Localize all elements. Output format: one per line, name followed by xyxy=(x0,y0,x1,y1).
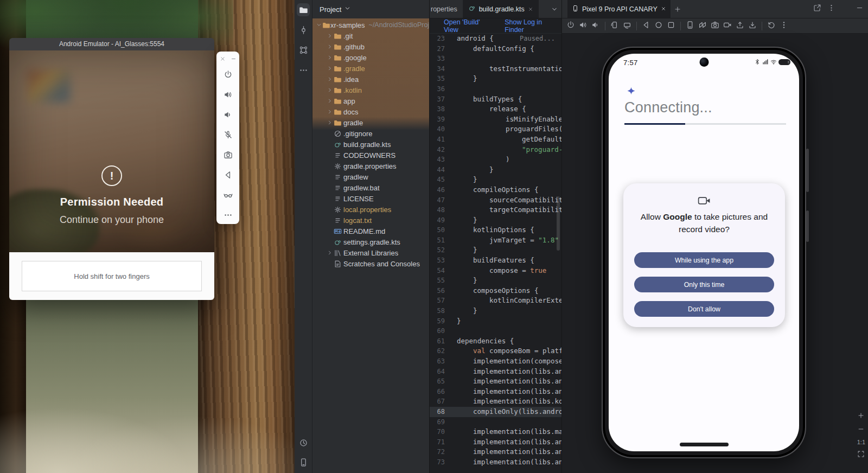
device-screenshot-button[interactable] xyxy=(686,21,694,31)
tree-item-codeowners[interactable]: CODEOWNERS xyxy=(312,150,429,161)
tab-gradle-properties[interactable]: roperties xyxy=(430,0,463,18)
open-build-view-link[interactable]: Open 'Build' View xyxy=(444,18,495,34)
emulator-mic-off-button[interactable] xyxy=(216,125,239,145)
panel-options-button[interactable] xyxy=(827,4,835,14)
home-indicator[interactable] xyxy=(680,443,729,446)
chevron-right-icon[interactable] xyxy=(327,119,333,126)
tool-strip-structure-button[interactable] xyxy=(297,43,310,56)
code-line[interactable]: 72implementation(libs.andr xyxy=(430,447,561,457)
device-volume-up-button[interactable] xyxy=(579,21,588,31)
code-editor[interactable]: Paused... 23android {27defaultConfig {33… xyxy=(430,34,561,473)
code-line[interactable]: 53buildFeatures { xyxy=(430,255,561,266)
emulator-camera-button[interactable] xyxy=(216,145,239,165)
chevron-right-icon[interactable] xyxy=(327,76,333,82)
code-line[interactable]: 55} xyxy=(430,276,561,286)
tree-item-app[interactable]: app xyxy=(312,95,429,106)
tree-item-kotlin[interactable]: .kotlin xyxy=(312,85,429,95)
chevron-right-icon[interactable] xyxy=(327,33,333,39)
tree-item-google[interactable]: .google xyxy=(312,52,429,63)
code-line[interactable]: 58} xyxy=(430,306,561,316)
code-line[interactable]: 67implementation(libs.kotl xyxy=(430,397,561,407)
emulator-title-bar[interactable]: Android Emulator - AI_Glasses:5554 xyxy=(9,38,214,50)
editor-scrollbar[interactable] xyxy=(557,196,560,251)
code-line[interactable]: 54compose = true xyxy=(430,266,561,276)
emulator-back-button[interactable] xyxy=(216,165,239,185)
tree-item-gradlew-bat[interactable]: gradlew.bat xyxy=(312,182,429,193)
external-icon[interactable] xyxy=(813,4,821,12)
chevron-right-icon[interactable] xyxy=(327,98,333,104)
code-line[interactable]: 64implementation(libs.andr xyxy=(430,367,561,377)
new-device-tab-button[interactable] xyxy=(674,5,681,13)
code-line[interactable]: 39isMinifyEnabled xyxy=(430,114,561,125)
code-line[interactable]: 33 xyxy=(430,54,561,64)
chevron-right-icon[interactable] xyxy=(327,65,333,72)
tool-strip-folder-button[interactable] xyxy=(297,3,310,16)
tree-item-settings-gradle-kts[interactable]: settings.gradle.kts xyxy=(312,237,429,247)
tree-item-logcat-txt[interactable]: logcat.txt xyxy=(312,215,429,226)
tool-strip-clock-button[interactable] xyxy=(297,436,310,449)
code-line[interactable]: 40proguardFiles( xyxy=(430,124,561,135)
tree-item-gradlew[interactable]: gradlew xyxy=(312,171,429,182)
code-line[interactable]: 43) xyxy=(430,155,561,165)
emulator-minus-button[interactable] xyxy=(231,54,237,64)
tool-strip-device-phone-button[interactable] xyxy=(297,456,310,469)
close-icon[interactable] xyxy=(661,6,666,11)
chevron-down-icon[interactable] xyxy=(551,5,558,13)
device-rotate-landscape-button[interactable] xyxy=(623,21,631,31)
emulator-glasses-button[interactable] xyxy=(216,185,239,205)
tool-strip-commit-button[interactable] xyxy=(297,23,310,36)
tree-item-license[interactable]: LICENSE xyxy=(312,193,429,204)
code-line[interactable]: 48targetCompatibility xyxy=(430,205,561,215)
tree-item-gradle[interactable]: .gradle xyxy=(312,63,429,74)
device-volume-down-button[interactable] xyxy=(591,21,600,31)
emulator-volume-down-button[interactable] xyxy=(216,105,239,125)
device-power-button[interactable] xyxy=(566,21,575,31)
zoom-in-button[interactable] xyxy=(857,412,865,420)
permission-don-t-allow-button[interactable]: Don't allow xyxy=(634,301,774,317)
code-line[interactable]: 62val composeBom = platfor xyxy=(430,346,561,356)
device-upload-button[interactable] xyxy=(736,21,744,31)
code-line[interactable]: 49} xyxy=(430,215,561,226)
tree-item-idea[interactable]: .idea xyxy=(312,74,429,85)
code-line[interactable]: 36 xyxy=(430,84,561,94)
code-line[interactable]: 50kotlinOptions { xyxy=(430,225,561,235)
code-line[interactable]: 68compileOnly(libs.android xyxy=(430,407,561,417)
code-line[interactable]: 57kotlinCompilerExtens xyxy=(430,296,561,306)
code-line[interactable]: 65implementation(libs.andr xyxy=(430,376,561,387)
device-videocam-button[interactable] xyxy=(723,21,732,31)
code-line[interactable]: 38release { xyxy=(430,104,561,114)
more-vert-icon[interactable] xyxy=(827,4,835,12)
tree-item-git[interactable]: .git xyxy=(312,30,429,41)
code-line[interactable]: 69 xyxy=(430,417,561,427)
code-line[interactable]: 56composeOptions { xyxy=(430,286,561,296)
device-home-circle-button[interactable] xyxy=(654,21,663,31)
code-line[interactable]: 35} xyxy=(430,74,561,84)
show-log-in-finder-link[interactable]: Show Log in Finder xyxy=(505,18,561,34)
zoom-fit-button[interactable] xyxy=(857,450,865,459)
permission-only-this-time-button[interactable]: Only this time xyxy=(634,277,774,292)
chevron-right-icon[interactable] xyxy=(327,43,333,50)
tree-item-build-gradle-kts[interactable]: build.gradle.kts xyxy=(312,139,429,150)
code-line[interactable]: 60 xyxy=(430,326,561,336)
chevron-right-icon[interactable] xyxy=(327,108,333,115)
code-line[interactable]: 34testInstrumentationR xyxy=(430,64,561,74)
tool-strip-more-horiz-button[interactable] xyxy=(297,63,310,76)
tree-item-readme-md[interactable]: README.md xyxy=(312,226,429,237)
code-line[interactable]: 61dependencies { xyxy=(430,336,561,347)
device-camera-button[interactable] xyxy=(711,21,719,31)
plus-icon[interactable] xyxy=(674,5,681,13)
device-rotate-portrait-button[interactable] xyxy=(610,21,619,31)
tree-item-xr-samples[interactable]: xr-samples~/AndroidStudioProj xyxy=(312,20,429,30)
close-icon[interactable] xyxy=(528,7,533,12)
chevron-right-icon[interactable] xyxy=(327,250,333,256)
project-panel-header[interactable]: Project xyxy=(312,0,429,18)
minus-icon[interactable] xyxy=(856,4,864,12)
device-overview-square-button[interactable] xyxy=(667,21,675,31)
code-line[interactable]: 70implementation(libs.mate xyxy=(430,427,561,437)
hide-panel-button[interactable] xyxy=(856,4,864,14)
tab-pixel-9-pro[interactable]: Pixel 9 Pro API CANARY xyxy=(567,0,671,18)
tree-item-gradle[interactable]: gradle xyxy=(312,117,429,128)
open-in-window-button[interactable] xyxy=(813,4,821,14)
emulator-close-button[interactable] xyxy=(220,54,226,64)
code-line[interactable]: 45} xyxy=(430,175,561,185)
